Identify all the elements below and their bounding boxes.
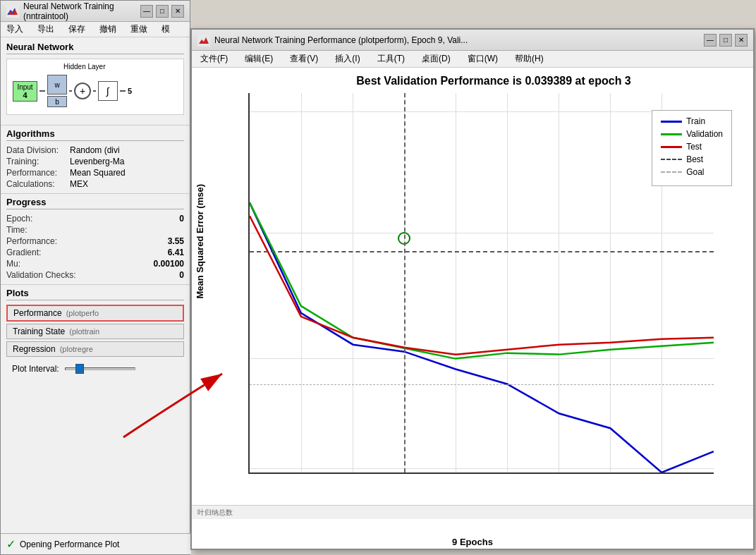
plot-interval-row: Plot Interval: bbox=[6, 359, 184, 379]
menu-more[interactable]: 模 bbox=[159, 22, 173, 37]
plot-menu-edit[interactable]: 编辑(E) bbox=[242, 51, 276, 66]
x-tick-4: 4 bbox=[453, 472, 458, 474]
legend-best-label: Best bbox=[686, 154, 703, 164]
plot-status-text: 叶归纳总数 bbox=[197, 508, 233, 518]
minimize-button[interactable]: — bbox=[140, 5, 153, 18]
x-tick-8: 8 bbox=[659, 472, 664, 474]
algo-row-division: Data Division: Random (divi bbox=[6, 145, 184, 155]
best-line bbox=[250, 251, 714, 252]
menu-undo[interactable]: 撤销 bbox=[97, 22, 119, 37]
chart-canvas: 10⁰ 10⁻² 10⁻⁴ 10⁻⁶ 0 1 2 3 4 5 6 7 8 9 bbox=[248, 93, 714, 474]
x-tick-1: 1 bbox=[299, 472, 303, 474]
plot-menu-view[interactable]: 查看(V) bbox=[287, 51, 321, 66]
status-bar: ✓ Opening Performance Plot bbox=[1, 533, 191, 554]
x-tick-7: 7 bbox=[608, 472, 612, 474]
performance-button[interactable]: Performance (plotperfo bbox=[6, 305, 184, 322]
plot-win-controls: — □ ✕ bbox=[704, 34, 748, 47]
y-axis-label: Mean Squared Error (mse) bbox=[195, 184, 205, 299]
algorithms-title: Algorithms bbox=[6, 128, 184, 141]
plot-matlab-icon bbox=[197, 34, 210, 47]
plot-menu-help[interactable]: 帮助(H) bbox=[512, 51, 547, 66]
legend-best: Best bbox=[661, 154, 723, 164]
plot-interval-label: Plot Interval: bbox=[12, 364, 59, 374]
x-tick-0: 0 bbox=[248, 472, 252, 474]
performance-hint: (plotperfo bbox=[66, 309, 99, 317]
menu-import[interactable]: 导入 bbox=[4, 22, 26, 37]
plot-menu-tools[interactable]: 工具(T) bbox=[374, 51, 408, 66]
connector1 bbox=[39, 90, 45, 92]
status-icon: ✓ bbox=[6, 537, 16, 551]
plot-titlebar: Neural Network Training Performance (plo… bbox=[192, 30, 753, 51]
plots-title: Plots bbox=[6, 288, 184, 300]
legend-test-line bbox=[661, 146, 682, 148]
legend-validation-line bbox=[661, 133, 682, 135]
progress-time: Time: bbox=[6, 225, 184, 235]
algo-row-performance: Performance: Mean Squared bbox=[6, 168, 184, 178]
plots-section: Plots Performance (plotperfo Training St… bbox=[1, 284, 190, 382]
win-controls: — □ ✕ bbox=[140, 5, 184, 18]
x-tick-3: 3 bbox=[402, 472, 406, 474]
menu-save[interactable]: 保存 bbox=[66, 22, 88, 37]
menu-export[interactable]: 导出 bbox=[35, 22, 57, 37]
x-tick-6: 6 bbox=[556, 472, 561, 474]
svg-rect-0 bbox=[6, 5, 19, 18]
validation-line bbox=[250, 202, 714, 358]
algorithms-section: Algorithms Data Division: Random (divi T… bbox=[1, 125, 190, 193]
training-state-hint: (plottrain bbox=[69, 327, 99, 336]
sum-box: + bbox=[74, 83, 91, 99]
progress-epoch: Epoch: 0 bbox=[6, 214, 184, 224]
legend-best-line bbox=[661, 159, 682, 160]
plot-minimize-button[interactable]: — bbox=[704, 34, 717, 47]
weight-box: w bbox=[47, 75, 67, 94]
neural-network-section: Neural Network Hidden Layer Input 4 w b … bbox=[1, 37, 190, 125]
activation-box: ∫ bbox=[98, 81, 118, 101]
progress-val-checks: Validation Checks: 0 bbox=[6, 270, 184, 280]
progress-mu: Mu: 0.00100 bbox=[6, 259, 184, 269]
legend-goal-line bbox=[661, 171, 682, 173]
input-box: Input 4 bbox=[13, 81, 37, 102]
legend-test-label: Test bbox=[686, 142, 702, 152]
legend-validation-label: Validation bbox=[686, 129, 723, 139]
slider-thumb[interactable] bbox=[75, 364, 84, 374]
main-window-title: Neural Network Training (nntraintool) bbox=[23, 1, 140, 21]
plot-menu-file[interactable]: 文件(F) bbox=[197, 51, 231, 66]
plot-window-title: Neural Network Training Performance (plo… bbox=[214, 35, 704, 45]
hidden-layer-value: 5 bbox=[128, 87, 132, 95]
plot-menubar: 文件(F) 编辑(E) 查看(V) 插入(I) 工具(T) 桌面(D) 窗口(W… bbox=[192, 51, 753, 68]
training-state-button[interactable]: Training State (plottrain bbox=[6, 324, 184, 339]
plot-interval-slider[interactable] bbox=[65, 362, 135, 376]
main-menubar: 导入 导出 保存 撤销 重做 模 bbox=[1, 22, 190, 37]
performance-button-label: Performance bbox=[13, 308, 62, 318]
chart-legend: Train Validation Test Best Goal bbox=[652, 110, 732, 186]
nn-diagram: Hidden Layer Input 4 w b + ∫ 5 bbox=[6, 59, 184, 115]
train-line bbox=[250, 202, 714, 472]
plot-status-bar: 叶归纳总数 bbox=[192, 505, 753, 519]
algo-row-calc: Calculations: MEX bbox=[6, 179, 184, 189]
matlab-icon bbox=[6, 5, 19, 18]
input-label: Input bbox=[16, 83, 34, 91]
plot-window: Neural Network Training Performance (plo… bbox=[190, 28, 755, 550]
close-button[interactable]: ✕ bbox=[171, 5, 184, 18]
x-tick-5: 5 bbox=[505, 472, 509, 474]
wb-group: w b bbox=[47, 75, 67, 107]
chart-title: Best Validation Performance is 0.039389 … bbox=[248, 75, 739, 87]
main-window: Neural Network Training (nntraintool) — … bbox=[0, 0, 190, 555]
main-titlebar: Neural Network Training (nntraintool) — … bbox=[1, 1, 190, 22]
regression-button[interactable]: Regression (plotregre bbox=[6, 341, 184, 357]
plot-maximize-button[interactable]: □ bbox=[719, 34, 732, 47]
progress-title: Progress bbox=[6, 197, 184, 209]
menu-redo[interactable]: 重做 bbox=[128, 22, 150, 37]
x-tick-9: 9 bbox=[712, 472, 714, 474]
input-value: 4 bbox=[16, 91, 34, 99]
maximize-button[interactable]: □ bbox=[156, 5, 169, 18]
plot-menu-window[interactable]: 窗口(W) bbox=[465, 51, 501, 66]
plot-close-button[interactable]: ✕ bbox=[735, 34, 748, 47]
regression-hint: (plotregre bbox=[60, 345, 93, 353]
legend-train-line bbox=[661, 121, 682, 123]
nn-section-title: Neural Network bbox=[6, 42, 184, 54]
connector4 bbox=[120, 90, 126, 92]
plot-menu-desktop[interactable]: 桌面(D) bbox=[419, 51, 453, 66]
plot-menu-insert[interactable]: 插入(I) bbox=[332, 51, 362, 66]
progress-performance: Performance: 3.55 bbox=[6, 236, 184, 246]
legend-validation: Validation bbox=[661, 129, 723, 139]
